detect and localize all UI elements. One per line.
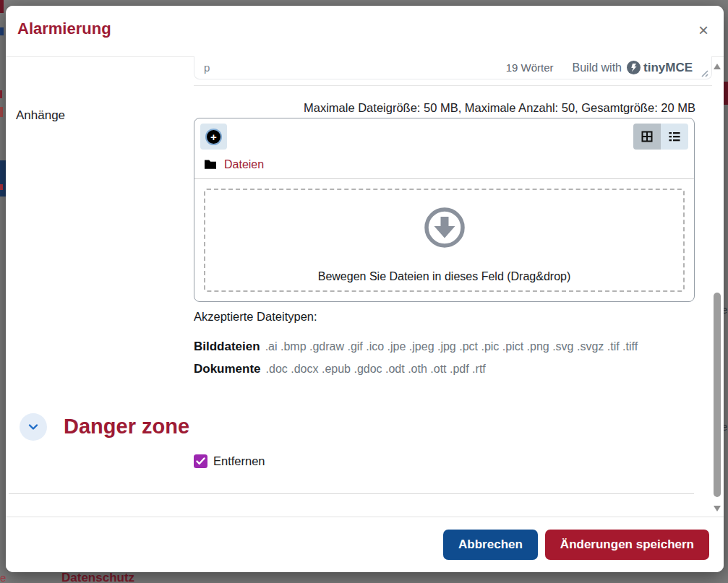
entfernen-checkbox-label: Entfernen [213, 454, 265, 468]
build-with-label[interactable]: Build with [573, 61, 622, 74]
chevron-down-icon [27, 420, 40, 433]
grid-view-button[interactable] [633, 124, 661, 150]
download-arrow-icon [421, 204, 468, 251]
danger-zone-heading[interactable]: Danger zone [64, 415, 189, 439]
scroll-down-arrow-icon[interactable] [714, 506, 721, 511]
folder-link-dateien[interactable]: Dateien [224, 158, 264, 171]
backdrop-fragment [0, 107, 3, 117]
file-manager: + Dateien [194, 118, 695, 302]
check-icon [196, 457, 205, 465]
backdrop-fragment [0, 90, 2, 98]
type-extensions: .doc .docx .epub .gdoc .odt .oth .ott .p… [266, 363, 486, 375]
scroll-up-arrow-icon[interactable] [714, 64, 721, 69]
danger-zone-collapse-button[interactable] [20, 413, 47, 441]
backdrop-fragment [0, 27, 4, 35]
attachments-field-label: Anhänge [16, 108, 65, 123]
type-extensions: .ai .bmp .gdraw .gif .ico .jpe .jpeg .jp… [265, 340, 638, 353]
backdrop-fragment [0, 184, 3, 190]
resize-handle-icon[interactable] [701, 69, 708, 77]
save-changes-button[interactable]: Änderungen speichern [545, 530, 709, 560]
close-icon[interactable]: × [694, 21, 713, 40]
view-toggle-group [633, 124, 688, 150]
add-file-button[interactable]: + [200, 124, 227, 150]
dropzone-message: Bewegen Sie Dateien in dieses Feld (Drag… [205, 270, 683, 283]
attachments-limits-text: Maximale Dateigröße: 50 MB, Maximale Anz… [194, 101, 695, 115]
type-label-bilddateien: Bilddateien [194, 340, 260, 353]
backdrop-fragment [724, 82, 728, 105]
accepted-type-row: Bilddateien.ai .bmp .gdraw .gif .ico .jp… [194, 340, 638, 354]
scrollbar-thumb[interactable] [714, 293, 721, 497]
section-divider [9, 493, 694, 494]
tinymce-logo-icon [627, 61, 641, 74]
backdrop-text-fragment: e [0, 571, 6, 583]
editor-border [194, 85, 712, 86]
backdrop-fragment [0, 0, 4, 13]
dialog-header: Alarmierung × [6, 6, 724, 57]
type-label-dokumente: Dokumente [194, 362, 261, 376]
dialog-title: Alarmierung [17, 20, 111, 38]
list-view-button[interactable] [661, 124, 688, 150]
accepted-type-row: Dokumente.doc .docx .epub .gdoc .odt .ot… [194, 362, 486, 376]
folder-icon [204, 159, 217, 170]
file-manager-breadcrumb: Dateien [194, 150, 694, 179]
backdrop-fragment [0, 160, 6, 197]
entfernen-checkbox[interactable] [194, 454, 207, 468]
editor-element-path[interactable]: p [204, 61, 210, 74]
dialog-scrollbar [713, 58, 722, 515]
accepted-types-title: Akzeptierte Dateitypen: [194, 310, 317, 324]
backdrop-privacy-link: Datenschutz [61, 571, 134, 583]
cancel-button[interactable]: Abbrechen [443, 530, 538, 560]
grid-view-icon [640, 129, 654, 144]
tinymce-brand-label[interactable]: tinyMCE [643, 61, 693, 75]
editor-status-bar: p 19 Wörter Build with tinyMCE [194, 56, 712, 79]
list-view-icon [667, 129, 682, 144]
word-count[interactable]: 19 Wörter [506, 61, 554, 74]
editor-status-right: 19 Wörter Build with tinyMCE [506, 61, 693, 75]
circle-plus-icon: + [207, 130, 220, 144]
file-dropzone[interactable]: Bewegen Sie Dateien in dieses Feld (Drag… [204, 189, 685, 292]
alarm-dialog: Alarmierung × p 19 Wörter Build with tin… [6, 6, 724, 572]
dialog-footer: Abbrechen Änderungen speichern [6, 517, 724, 572]
